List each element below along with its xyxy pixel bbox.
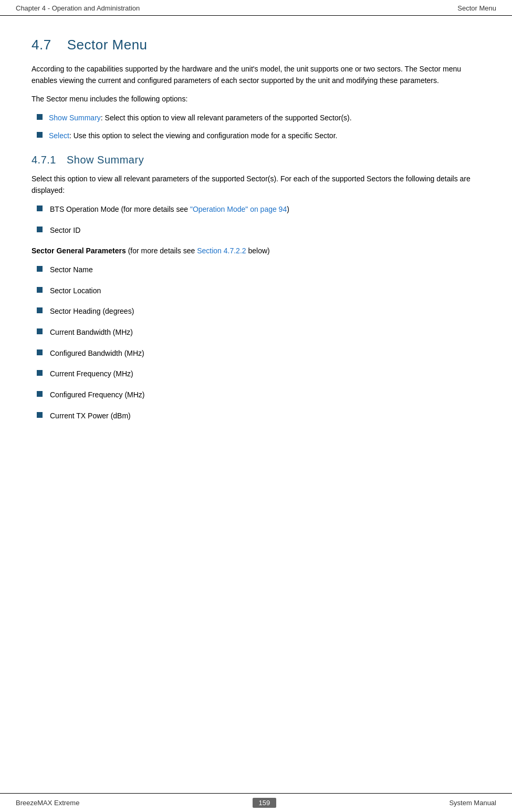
bullet-icon bbox=[37, 132, 43, 138]
bullet-icon bbox=[37, 370, 43, 376]
footer-page-number: 159 bbox=[253, 798, 277, 808]
list-item: Sector Name bbox=[32, 264, 480, 276]
header-chapter: Chapter 4 - Operation and Administration bbox=[16, 4, 140, 12]
operation-mode-link[interactable]: "Operation Mode" on page 94 bbox=[190, 205, 287, 213]
list-item: BTS Operation Mode (for more details see… bbox=[32, 204, 480, 215]
option-2-content: Select: Use this option to select the vi… bbox=[49, 130, 337, 142]
option-1-content: Show Summary: Select this option to view… bbox=[49, 112, 352, 124]
options-list: Show Summary: Select this option to view… bbox=[32, 112, 480, 141]
list-item: Sector Heading (degrees) bbox=[32, 306, 480, 317]
section-4722-link[interactable]: Section 4.7.2.2 bbox=[197, 246, 246, 255]
bullet-icon bbox=[37, 307, 43, 313]
current-frequency: Current Frequency (MHz) bbox=[50, 368, 133, 380]
section-number-sub: 4.7.1 bbox=[32, 154, 56, 166]
bullet-icon bbox=[37, 412, 43, 418]
bullet-icon bbox=[37, 114, 43, 120]
option-1-text: : Select this option to view all relevan… bbox=[101, 114, 352, 122]
footer-product: BreezeMAX Extreme bbox=[16, 799, 79, 807]
section-number-main: 4.7 bbox=[32, 37, 51, 53]
sector-id-content: Sector ID bbox=[50, 225, 80, 237]
list-item: Current Frequency (MHz) bbox=[32, 368, 480, 380]
select-link[interactable]: Select bbox=[49, 131, 69, 140]
bts-after-link: ) bbox=[287, 205, 289, 213]
list-item: Current TX Power (dBm) bbox=[32, 410, 480, 422]
list-item: Show Summary: Select this option to view… bbox=[32, 112, 480, 124]
list-item: Sector ID bbox=[32, 225, 480, 237]
intro-paragraph: According to the capabilities supported … bbox=[32, 64, 480, 86]
list-item: Select: Use this option to select the vi… bbox=[32, 130, 480, 142]
current-tx-power: Current TX Power (dBm) bbox=[50, 410, 131, 422]
option-2-text: : Use this option to select the viewing … bbox=[69, 131, 338, 140]
options-intro: The Sector menu includes the following o… bbox=[32, 94, 480, 105]
configured-bandwidth: Configured Bandwidth (MHz) bbox=[50, 348, 144, 359]
bullet-icon bbox=[37, 350, 43, 355]
show-summary-link[interactable]: Show Summary bbox=[49, 114, 101, 122]
bullet-icon bbox=[37, 205, 43, 211]
list-item: Current Bandwidth (MHz) bbox=[32, 327, 480, 338]
sector-general-label: Sector General Parameters bbox=[32, 246, 126, 255]
page-content: 4.7Sector Menu According to the capabili… bbox=[0, 16, 512, 462]
sector-general-after: below) bbox=[246, 246, 270, 255]
bts-before-link: BTS Operation Mode (for more details see bbox=[50, 205, 190, 213]
current-bandwidth: Current Bandwidth (MHz) bbox=[50, 327, 133, 338]
section-title-sub-text: Show Summary bbox=[67, 154, 144, 166]
section-title-sub: 4.7.1Show Summary bbox=[32, 154, 480, 166]
list-item: Configured Bandwidth (MHz) bbox=[32, 348, 480, 359]
list-item: Sector Location bbox=[32, 285, 480, 297]
section-title-main-text: Sector Menu bbox=[67, 37, 148, 53]
items-second-list: Sector Name Sector Location Sector Headi… bbox=[32, 264, 480, 422]
sector-heading: Sector Heading (degrees) bbox=[50, 306, 134, 317]
bullet-icon bbox=[37, 391, 43, 397]
items-first-list: BTS Operation Mode (for more details see… bbox=[32, 204, 480, 236]
sub-intro-paragraph: Select this option to view all relevant … bbox=[32, 173, 480, 196]
bullet-icon bbox=[37, 287, 43, 293]
header-section: Sector Menu bbox=[457, 4, 496, 12]
page-header: Chapter 4 - Operation and Administration… bbox=[0, 0, 512, 16]
page-footer: BreezeMAX Extreme 159 System Manual bbox=[0, 793, 512, 812]
footer-manual: System Manual bbox=[449, 799, 496, 807]
sector-location: Sector Location bbox=[50, 285, 101, 297]
configured-frequency: Configured Frequency (MHz) bbox=[50, 389, 145, 401]
sector-name: Sector Name bbox=[50, 264, 93, 276]
list-item: Configured Frequency (MHz) bbox=[32, 389, 480, 401]
bullet-icon bbox=[37, 266, 43, 272]
bullet-icon bbox=[37, 227, 43, 232]
sector-general-params-line: Sector General Parameters (for more deta… bbox=[32, 245, 480, 257]
bts-op-mode-content: BTS Operation Mode (for more details see… bbox=[50, 204, 289, 215]
section-title-main: 4.7Sector Menu bbox=[32, 37, 480, 53]
sector-general-text: (for more details see bbox=[126, 246, 197, 255]
bullet-icon bbox=[37, 328, 43, 334]
